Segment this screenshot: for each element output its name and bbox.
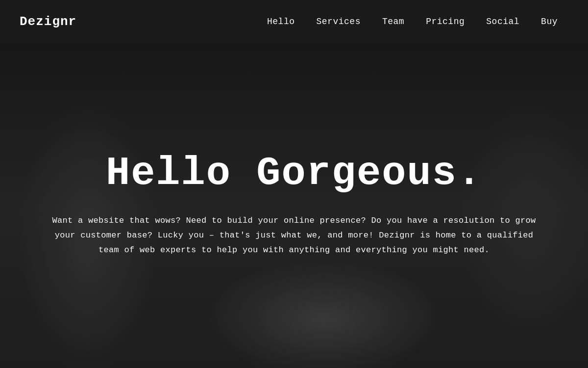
navbar: Dezignr Hello Services Team Pricing Soci…: [0, 0, 588, 43]
nav-link-social[interactable]: Social: [475, 17, 530, 26]
nav-link-team[interactable]: Team: [371, 17, 415, 26]
hero-section: Hello Gorgeous. Want a website that wows…: [0, 43, 588, 368]
nav-item-team[interactable]: Team: [371, 17, 415, 26]
nav-link-buy[interactable]: Buy: [530, 17, 568, 26]
nav-item-hello[interactable]: Hello: [256, 17, 306, 26]
nav-item-social[interactable]: Social: [475, 17, 530, 26]
hero-title: Hello Gorgeous.: [44, 154, 544, 194]
nav-item-services[interactable]: Services: [306, 17, 371, 26]
nav-link-services[interactable]: Services: [306, 17, 371, 26]
nav-link-hello[interactable]: Hello: [256, 17, 306, 26]
brand-logo[interactable]: Dezignr: [20, 14, 76, 29]
hero-content: Hello Gorgeous. Want a website that wows…: [5, 154, 583, 257]
nav-item-pricing[interactable]: Pricing: [415, 17, 475, 26]
nav-item-buy[interactable]: Buy: [530, 17, 568, 26]
nav-link-pricing[interactable]: Pricing: [415, 17, 475, 26]
nav-links: Hello Services Team Pricing Social Buy: [256, 17, 568, 26]
hero-subtitle: Want a website that wows? Need to build …: [44, 213, 544, 257]
